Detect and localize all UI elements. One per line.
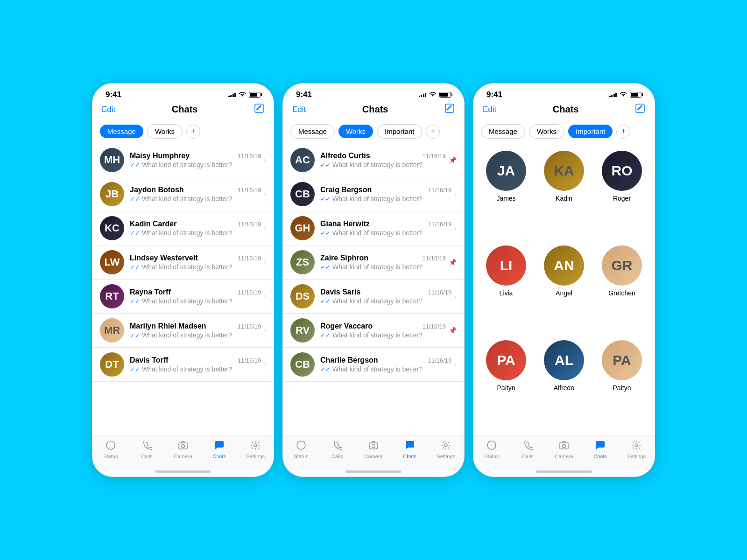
chat-item-1-5[interactable]: MR Marilyn Rhiel Madsen 11/16/19 ✓✓ What… [92, 314, 274, 348]
tab-message-2[interactable]: Message [290, 124, 335, 139]
nav-chats-1[interactable]: Chats [201, 440, 238, 459]
chat-item-1-6[interactable]: DT Davis Torff 11/16/19 ✓✓ What kind of … [92, 348, 274, 382]
nav-chats-3[interactable]: Chats [582, 440, 619, 459]
tab-works-2[interactable]: Works [338, 125, 373, 138]
nav-camera-3[interactable]: Camera [546, 440, 582, 459]
nav-calls-3[interactable]: Calls [510, 440, 546, 459]
chat-name-2-3: Zaire Siphron [320, 254, 368, 262]
tab-works-3[interactable]: Works [529, 124, 564, 139]
nav-settings-1[interactable]: Settings [237, 440, 274, 459]
chat-item-2-4[interactable]: DS Davis Saris 11/16/19 ✓✓ What kind of … [283, 280, 464, 314]
nav-status-2[interactable]: Status [283, 440, 319, 459]
edit-button-1[interactable]: Edit [102, 105, 115, 114]
status-nav-icon-3 [486, 440, 497, 452]
nav-camera-label-2: Camera [364, 454, 382, 459]
status-bar-1: 9:41 [92, 84, 274, 101]
status-time-2: 9:41 [296, 90, 312, 99]
avatar-grid-3: JA James KA Kadin RO Roger LI Livia AN [473, 143, 655, 435]
chat-name-2-4: Davis Saris [320, 288, 360, 296]
nav-camera-2[interactable]: Camera [355, 440, 392, 459]
chat-date-2-5: 11/16/19 [422, 323, 446, 330]
contact-alfredo[interactable]: AL Alfredo [539, 340, 589, 427]
nav-calls-1[interactable]: Calls [129, 440, 165, 459]
compose-button-1[interactable] [254, 103, 264, 116]
tab-message-3[interactable]: Message [481, 124, 525, 139]
chat-list-1: MH Maisy Humphrey 11/16/19 ✓✓ What kind … [92, 143, 274, 435]
contact-roger[interactable]: RO Roger [597, 151, 647, 238]
nav-settings-2[interactable]: Settings [428, 440, 464, 459]
pin-icon-2-3: 📌 [449, 259, 457, 266]
chat-item-1-1[interactable]: JB Jaydon Botosh 11/16/19 ✓✓ What kind o… [92, 177, 274, 211]
chat-item-2-2[interactable]: GH Giana Herwitz 11/16/19 ✓✓ What kind o… [283, 211, 464, 245]
nav-status-label-2: Status [294, 454, 308, 459]
contact-james[interactable]: JA James [481, 151, 531, 238]
contact-avatar-james: JA [486, 151, 526, 191]
tab-message-1[interactable]: Message [100, 125, 143, 138]
tab-add-1[interactable]: + [186, 125, 200, 139]
contact-paityn-2[interactable]: PA Paityn [597, 340, 647, 427]
filter-tabs-1: Message Works + [92, 121, 274, 143]
chat-date-2-6: 11/16/19 [428, 357, 452, 364]
camera-nav-icon-2 [368, 440, 379, 452]
chat-item-1-2[interactable]: KC Kadin Carder 11/16/19 ✓✓ What kind of… [92, 211, 274, 245]
chat-item-2-0[interactable]: AC Alfredo Curtis 11/16/19 ✓✓ What kind … [283, 143, 464, 177]
wifi-icon-3 [620, 91, 627, 98]
avatar-1-5: MR [100, 318, 124, 343]
bottom-nav-1: Status Calls Camera [92, 435, 274, 470]
edit-button-3[interactable]: Edit [483, 105, 496, 114]
tab-works-1[interactable]: Works [147, 124, 183, 139]
status-icons-1 [228, 91, 261, 98]
avatar-2-4: DS [290, 284, 315, 308]
preview-1-5: What kind of strategy is better? [142, 331, 232, 339]
chat-item-1-3[interactable]: LW Lindsey Westervelt 11/16/19 ✓✓ What k… [92, 245, 274, 280]
chat-item-1-0[interactable]: MH Maisy Humphrey 11/16/19 ✓✓ What kind … [92, 143, 274, 177]
nav-status-1[interactable]: Status [92, 440, 129, 459]
contact-paityn-1[interactable]: PA Paityn [481, 340, 531, 427]
tab-add-2[interactable]: + [426, 125, 440, 139]
header-2: Edit Chats [283, 101, 464, 121]
chat-item-2-3[interactable]: ZS Zaire Siphron 11/16/19 ✓✓ What kind o… [283, 245, 464, 280]
chat-date-2-2: 11/16/19 [428, 221, 452, 228]
contact-name-alfredo: Alfredo [554, 384, 574, 392]
check-icon-1-5: ✓✓ [130, 332, 140, 339]
chat-date-2-4: 11/16/19 [428, 289, 452, 296]
nav-settings-3[interactable]: Settings [618, 440, 655, 459]
preview-1-1: What kind of strategy is better? [142, 195, 232, 203]
contact-livia[interactable]: LI Livia [481, 245, 531, 333]
check-icon-2-1: ✓✓ [320, 196, 331, 203]
svg-point-11 [487, 441, 496, 449]
battery-icon-3 [630, 92, 641, 98]
chat-date-2-1: 11/16/19 [428, 187, 452, 194]
calls-nav-icon-1 [141, 440, 152, 452]
nav-camera-1[interactable]: Camera [165, 440, 201, 459]
chat-item-2-6[interactable]: CB Charlie Bergson 11/16/19 ✓✓ What kind… [283, 348, 464, 382]
contact-gretchen[interactable]: GR Gretchen [597, 245, 647, 333]
nav-calls-2[interactable]: Calls [319, 440, 356, 459]
chat-item-2-5[interactable]: RV Roger Vaccaro 11/16/19 ✓✓ What kind o… [283, 314, 464, 348]
svg-point-3 [181, 445, 184, 448]
tab-add-3[interactable]: + [616, 125, 630, 139]
nav-settings-label-2: Settings [437, 454, 455, 459]
nav-chats-2[interactable]: Chats [392, 440, 428, 459]
camera-nav-icon-3 [559, 440, 569, 452]
chat-date-1-3: 11/16/19 [238, 255, 261, 262]
contact-name-paityn-1: Paityn [497, 384, 515, 392]
chat-item-1-4[interactable]: RT Rayna Torff 11/16/19 ✓✓ What kind of … [92, 280, 274, 314]
avatar-1-6: DT [100, 352, 124, 377]
status-icons-2 [419, 91, 451, 98]
tab-important-2[interactable]: Important [377, 124, 422, 139]
status-bar-2: 9:41 [283, 84, 464, 101]
chevron-1-5: › [264, 327, 266, 334]
compose-button-3[interactable] [635, 103, 645, 116]
tab-important-3[interactable]: Important [568, 125, 613, 138]
contact-kadin[interactable]: KA Kadin [539, 151, 589, 238]
avatar-1-1: JB [100, 182, 124, 206]
check-icon-2-0: ✓✓ [320, 161, 331, 168]
compose-button-2[interactable] [444, 103, 455, 116]
chat-item-2-1[interactable]: CB Craig Bergson 11/16/19 ✓✓ What kind o… [283, 177, 464, 211]
contact-avatar-angel: AN [544, 245, 584, 286]
contact-angel[interactable]: AN Angel [539, 245, 589, 333]
nav-status-3[interactable]: Status [473, 440, 510, 459]
svg-point-6 [297, 441, 305, 449]
edit-button-2[interactable]: Edit [292, 105, 306, 114]
